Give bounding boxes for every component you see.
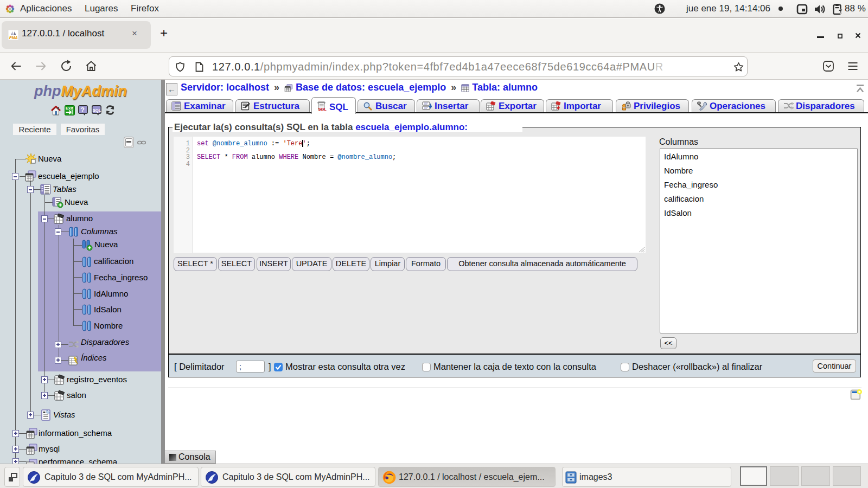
svg-text:Exit: Exit — [66, 106, 73, 111]
svg-text:SQL: SQL — [318, 107, 327, 112]
svg-text:?: ? — [81, 106, 85, 114]
svg-text:SQL: SQL — [93, 108, 101, 113]
svg-text:PMA: PMA — [9, 36, 18, 40]
